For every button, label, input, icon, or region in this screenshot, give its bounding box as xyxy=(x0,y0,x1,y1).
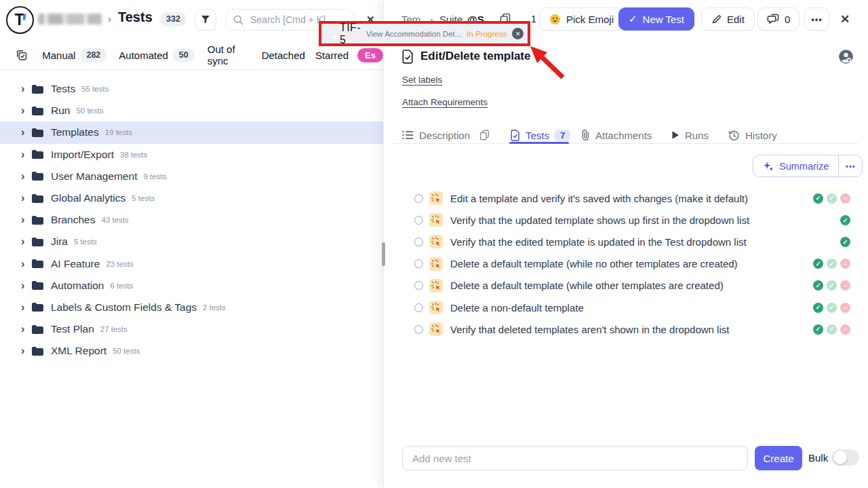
status-circle-icon[interactable] xyxy=(414,238,423,246)
status-passed-icon[interactable]: ✓ xyxy=(813,280,823,290)
app-logo[interactable]: T xyxy=(6,6,34,34)
tree-item-labels-custom-fields-tags[interactable]: ›Labels & Custom Fields & Tags2 tests xyxy=(0,297,383,318)
click-emoji-icon xyxy=(429,322,443,336)
tree-item-run[interactable]: ›Run50 tests xyxy=(0,100,383,121)
status-failed-pale-icon[interactable]: – xyxy=(840,303,850,313)
select-all-icon[interactable] xyxy=(16,49,27,62)
tab-out-of-sync[interactable]: Out of sync xyxy=(208,43,252,67)
comments-button[interactable]: 0 xyxy=(757,7,800,31)
tree-item-global-analytics[interactable]: ›Global Analytics5 tests xyxy=(0,187,383,209)
copy-icon[interactable] xyxy=(479,130,490,140)
tree-item-automation[interactable]: ›Automation6 tests xyxy=(0,275,383,297)
attach-requirements-link[interactable]: Attach Requirements xyxy=(402,97,488,107)
status-passed-icon[interactable]: ✓ xyxy=(813,259,823,269)
status-failed-pale-icon[interactable]: – xyxy=(840,280,850,290)
panel-close-icon[interactable]: ✕ xyxy=(840,12,850,26)
status-failed-pale-icon[interactable]: – xyxy=(840,259,850,269)
project-name-blurred[interactable] xyxy=(38,14,102,24)
chevron-right-icon[interactable]: › xyxy=(21,149,32,160)
chevron-right-icon[interactable]: › xyxy=(21,280,32,291)
tab-description[interactable]: Description xyxy=(402,126,490,144)
test-row[interactable]: Verify that the edited template is updat… xyxy=(383,231,868,252)
status-circle-icon[interactable] xyxy=(414,281,423,290)
chevron-right-icon[interactable]: › xyxy=(21,127,32,138)
status-passed-icon[interactable]: ✓ xyxy=(840,215,850,225)
folder-icon xyxy=(32,216,43,225)
edit-button[interactable]: Edit xyxy=(701,7,755,31)
new-test-button[interactable]: ✓ New Test xyxy=(618,7,694,31)
status-circle-icon[interactable] xyxy=(414,216,423,225)
tree-item-import-export[interactable]: ›Import/Export38 tests xyxy=(0,144,383,166)
manual-count-badge: 282 xyxy=(80,48,106,62)
jira-linked-count[interactable]: 1 xyxy=(531,14,536,24)
chevron-right-icon[interactable]: › xyxy=(21,193,32,204)
assignee-avatar-icon[interactable] xyxy=(838,49,854,64)
chevron-right-icon[interactable]: › xyxy=(21,345,32,356)
panel-resizer-handle[interactable] xyxy=(382,242,385,266)
status-failed-pale-icon[interactable]: – xyxy=(840,193,850,204)
status-passed-pale-icon[interactable]: ✓ xyxy=(827,303,837,313)
paperclip-icon xyxy=(580,129,590,141)
chevron-right-icon[interactable]: › xyxy=(21,105,32,116)
test-row[interactable]: Delete a default template (while no othe… xyxy=(383,253,868,275)
bulk-toggle[interactable] xyxy=(832,449,859,466)
jira-issue-key[interactable]: TIF-5 xyxy=(340,22,361,46)
status-circle-icon[interactable] xyxy=(414,194,423,203)
status-failed-pale-icon[interactable]: – xyxy=(840,324,850,335)
tab-runs[interactable]: Runs xyxy=(671,126,709,144)
more-options-button[interactable]: ••• xyxy=(804,7,829,31)
click-emoji-icon xyxy=(429,235,443,248)
test-row[interactable]: Delete a default template (while other t… xyxy=(383,275,868,297)
test-row[interactable]: Verify that deleted templates aren't sho… xyxy=(383,318,868,340)
tab-starred[interactable]: Starred xyxy=(315,50,349,61)
create-button[interactable]: Create xyxy=(755,446,802,470)
tree-item-user-management[interactable]: ›User Management9 tests xyxy=(0,166,383,187)
tree-item-jira[interactable]: ›Jira5 tests xyxy=(0,231,383,252)
status-passed-pale-icon[interactable]: ✓ xyxy=(827,193,837,204)
chevron-right-icon[interactable]: › xyxy=(21,214,32,225)
tab-manual[interactable]: Manual xyxy=(42,50,75,61)
tree-item-ai-feature[interactable]: ›AI Feature23 tests xyxy=(0,253,383,275)
status-passed-icon[interactable]: ✓ xyxy=(813,303,823,313)
tab-attachments[interactable]: Attachments xyxy=(580,126,652,144)
status-passed-pale-icon[interactable]: ✓ xyxy=(827,259,837,269)
status-circle-icon[interactable] xyxy=(414,325,423,334)
set-labels-link[interactable]: Set labels xyxy=(402,75,442,85)
add-new-test-input[interactable] xyxy=(402,446,748,470)
chevron-right-icon[interactable]: › xyxy=(21,236,32,247)
tab-automated[interactable]: Automated xyxy=(119,50,168,61)
tree-item-tests[interactable]: ›Tests55 tests xyxy=(0,78,383,100)
status-circle-icon[interactable] xyxy=(414,259,423,268)
chevron-right-icon[interactable]: › xyxy=(21,302,32,313)
status-passed-pale-icon[interactable]: ✓ xyxy=(827,324,837,335)
summarize-button[interactable]: Summarize xyxy=(753,155,838,176)
label-badge-cut[interactable]: Es xyxy=(357,48,383,62)
jira-issue-toast[interactable]: TIF-5 View Accommodation Det... In Progr… xyxy=(319,21,530,46)
test-row[interactable]: Delete a non-default template ✓ ✓ – xyxy=(383,297,868,318)
test-row[interactable]: Verify that the updated template shows u… xyxy=(383,209,868,231)
tree-item-templates[interactable]: ›Templates19 tests xyxy=(0,121,383,143)
pick-emoji-button[interactable]: Pick Emoji xyxy=(539,7,624,31)
page-title: Tests xyxy=(118,10,153,25)
chevron-right-icon[interactable]: › xyxy=(21,259,32,269)
status-passed-icon[interactable]: ✓ xyxy=(813,193,823,204)
click-emoji-icon xyxy=(429,257,443,271)
tree-item-test-plan[interactable]: ›Test Plan27 tests xyxy=(0,318,383,340)
chevron-right-icon[interactable]: › xyxy=(21,171,32,182)
status-passed-icon[interactable]: ✓ xyxy=(840,237,850,247)
tab-detached[interactable]: Detached xyxy=(262,50,305,61)
toast-close-icon[interactable]: ✕ xyxy=(512,28,524,39)
tab-history[interactable]: History xyxy=(728,126,777,144)
chevron-right-icon[interactable]: › xyxy=(21,83,32,94)
chevron-right-icon[interactable]: › xyxy=(21,324,32,335)
status-passed-pale-icon[interactable]: ✓ xyxy=(827,280,837,290)
test-row[interactable]: Edit a template and verify it's saved wi… xyxy=(383,187,868,209)
pencil-icon xyxy=(711,14,722,24)
status-circle-icon[interactable] xyxy=(414,303,423,312)
filter-button[interactable] xyxy=(195,9,216,31)
status-passed-icon[interactable]: ✓ xyxy=(813,324,823,335)
tree-item-xml-report[interactable]: ›XML Report50 tests xyxy=(0,340,383,362)
summarize-more-button[interactable]: ••• xyxy=(839,155,862,176)
tree-item-branches[interactable]: ›Branches43 tests xyxy=(0,209,383,231)
bulk-label: Bulk xyxy=(808,452,828,464)
